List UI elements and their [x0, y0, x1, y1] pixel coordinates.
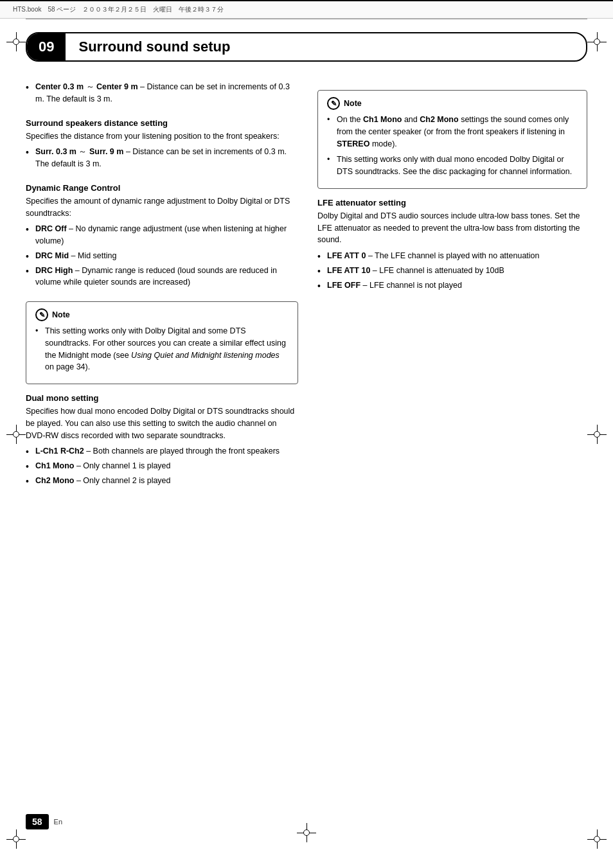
note-box-mono: ✎ Note On the Ch1 Mono and Ch2 Mono sett… — [317, 90, 587, 189]
lfe-att0-item: LFE ATT 0 – The LFE channel is played wi… — [317, 250, 587, 262]
drc-mid-desc: – Mid setting — [71, 251, 117, 260]
surr-label2: Surr. 9 m — [89, 147, 124, 156]
lfe-body: Dolby Digital and DTS audio sources incl… — [317, 210, 587, 246]
center-distance-section: Center 0.3 m ～ Center 9 m – Distance can… — [26, 81, 298, 105]
lfe-att0-desc: – The LFE channel is played with no atte… — [368, 251, 540, 260]
drc-mid-item: DRC Mid – Mid setting — [26, 250, 298, 262]
chapter-header: 09 Surround sound setup — [26, 32, 587, 62]
dual-mono-title: Dual mono setting — [26, 393, 298, 403]
center-distance-item: Center 0.3 m ～ Center 9 m – Distance can… — [26, 81, 298, 105]
note-drc-list: This setting works only with Dolby Digit… — [35, 325, 289, 373]
chapter-number: 09 — [27, 33, 66, 60]
drc-off-label: DRC Off — [35, 224, 67, 233]
page-footer: 58 En — [26, 814, 62, 829]
surr-label1: Surr. 0.3 m — [35, 147, 76, 156]
left-column: Center 0.3 m ～ Center 9 m – Distance can… — [26, 81, 298, 500]
lfe-section: LFE attenuator setting Dolby Digital and… — [317, 198, 587, 292]
corner-mark-bottom-right — [587, 829, 607, 849]
dual-mono-lch1: L-Ch1 R-Ch2 – Both channels are played t… — [26, 445, 298, 457]
lfe-off-label: LFE OFF — [327, 281, 360, 290]
note-mono-list: On the Ch1 Mono and Ch2 Mono settings th… — [327, 114, 578, 178]
dynamic-range-section: Dynamic Range Control Specifies the amou… — [26, 183, 298, 288]
note-drc-item: This setting works only with Dolby Digit… — [35, 325, 289, 373]
center-distance-list: Center 0.3 m ～ Center 9 m – Distance can… — [26, 81, 298, 105]
note-mono-item1: On the Ch1 Mono and Ch2 Mono settings th… — [327, 114, 578, 150]
top-header-bar: HTS.book 58 ページ ２００３年２月２５日 火曜日 午後２時３７分 — [0, 0, 613, 19]
center-distance-label1: Center 0.3 m — [35, 82, 84, 91]
lfe-att10-label: LFE ATT 10 — [327, 266, 370, 275]
surr-connector: ～ — [78, 147, 89, 156]
note-mono-item2: This setting works only with dual mono e… — [327, 154, 578, 178]
note-mono-label: Note — [344, 99, 362, 108]
lfe-att10-desc: – LFE channel is attenuated by 10dB — [373, 266, 504, 275]
page-number: 58 — [26, 814, 49, 829]
ch2-desc: – Only channel 2 is played — [76, 476, 171, 485]
drc-high-item: DRC High – Dynamic range is reduced (lou… — [26, 265, 298, 289]
note-drc-header: ✎ Note — [35, 308, 289, 321]
corner-mark-top-right — [587, 32, 607, 51]
ch1-desc: – Only channel 1 is played — [76, 461, 171, 470]
note-drc-label: Note — [52, 310, 70, 319]
dynamic-range-list: DRC Off – No dynamic range adjustment (u… — [26, 223, 298, 288]
top-rule — [26, 19, 587, 19]
note-drc-italic: Using Quiet and Midnight listening modes — [131, 351, 280, 360]
lch1-label: L-Ch1 R-Ch2 — [35, 447, 84, 456]
dual-mono-ch1: Ch1 Mono – Only channel 1 is played — [26, 460, 298, 472]
center-distance-label2: Center 9 m — [96, 82, 138, 91]
main-content: Center 0.3 m ～ Center 9 m – Distance can… — [0, 81, 613, 500]
dual-mono-section: Dual mono setting Specifies how dual mon… — [26, 393, 298, 487]
note-drc-content: This setting works only with Dolby Digit… — [35, 325, 289, 373]
chapter-title: Surround sound setup — [66, 33, 243, 60]
lfe-list: LFE ATT 0 – The LFE channel is played wi… — [317, 250, 587, 291]
center-distance-connector: ～ — [86, 82, 96, 91]
dual-mono-body: Specifies how dual mono encoded Dolby Di… — [26, 405, 298, 441]
ch2-label: Ch2 Mono — [35, 476, 74, 485]
stereo-bold: STEREO — [337, 139, 369, 148]
ch1-label: Ch1 Mono — [35, 461, 74, 470]
note-mono-icon: ✎ — [327, 97, 340, 110]
drc-high-label: DRC High — [35, 266, 73, 275]
file-info-text: HTS.book 58 ページ ２００３年２月２５日 火曜日 午後２時３７分 — [13, 5, 224, 14]
surround-distance-body: Specifies the distance from your listeni… — [26, 130, 298, 143]
surround-distance-section: Surround speakers distance setting Speci… — [26, 118, 298, 170]
drc-mid-label: DRC Mid — [35, 251, 69, 260]
note-mono-header: ✎ Note — [327, 97, 578, 110]
ch1-mono-bold: Ch1 Mono — [363, 115, 402, 124]
note-drc-icon: ✎ — [35, 308, 48, 321]
lfe-att0-label: LFE ATT 0 — [327, 251, 366, 260]
drc-off-item: DRC Off – No dynamic range adjustment (u… — [26, 223, 298, 247]
surround-distance-title: Surround speakers distance setting — [26, 118, 298, 128]
lch1-desc: – Both channels are played through the f… — [86, 447, 280, 456]
page-language: En — [54, 818, 62, 826]
note-box-drc: ✎ Note This setting works only with Dolb… — [26, 301, 298, 384]
dynamic-range-body: Specifies the amount of dynamic range ad… — [26, 195, 298, 220]
bottom-center-mark — [297, 823, 316, 842]
corner-mark-top-left — [6, 32, 26, 51]
page-container: HTS.book 58 ページ ２００３年２月２５日 火曜日 午後２時３７分 0… — [0, 0, 613, 868]
lfe-off-desc: – LFE channel is not played — [363, 281, 462, 290]
surround-distance-item: Surr. 0.3 m ～ Surr. 9 m – Distance can b… — [26, 146, 298, 170]
drc-off-desc: – No dynamic range adjustment (use when … — [35, 224, 287, 245]
lfe-title: LFE attenuator setting — [317, 198, 587, 208]
right-column: ✎ Note On the Ch1 Mono and Ch2 Mono sett… — [317, 81, 587, 500]
lfe-off-item: LFE OFF – LFE channel is not played — [317, 279, 587, 292]
surround-distance-list: Surr. 0.3 m ～ Surr. 9 m – Distance can b… — [26, 146, 298, 170]
ch2-mono-bold: Ch2 Mono — [420, 115, 458, 124]
dual-mono-list: L-Ch1 R-Ch2 – Both channels are played t… — [26, 445, 298, 486]
corner-mark-bottom-left — [6, 829, 26, 849]
note-mono-content: On the Ch1 Mono and Ch2 Mono settings th… — [327, 114, 578, 178]
lfe-att10-item: LFE ATT 10 – LFE channel is attenuated b… — [317, 265, 587, 277]
dual-mono-ch2: Ch2 Mono – Only channel 2 is played — [26, 475, 298, 487]
dynamic-range-title: Dynamic Range Control — [26, 183, 298, 193]
